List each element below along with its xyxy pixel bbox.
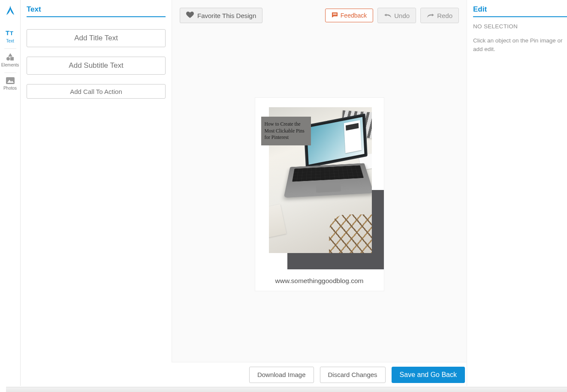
pin-url-text[interactable]: www.somethinggoodblog.com	[261, 269, 378, 285]
svg-rect-7	[333, 13, 337, 14]
bottom-action-bar: Download Image Discard Changes Save and …	[172, 362, 467, 387]
feedback-label: Feedback	[341, 12, 367, 19]
redo-icon	[427, 12, 434, 19]
svg-text:T: T	[10, 30, 13, 36]
download-image-button[interactable]: Download Image	[249, 367, 314, 383]
undo-icon	[384, 12, 392, 19]
left-panel: Text Add Title Text Add Subtitle Text Ad…	[21, 0, 172, 386]
add-call-to-action-button[interactable]: Add Call To Action	[27, 84, 166, 99]
photo-chair-decor	[329, 214, 372, 253]
photo-icon	[6, 77, 15, 84]
pin-canvas[interactable]: How to Create the Most Clickable Pins fo…	[255, 98, 384, 291]
svg-rect-4	[10, 57, 14, 60]
chat-icon	[332, 12, 338, 19]
canvas-wrap: Favorite This Design Feedback Undo	[172, 0, 467, 386]
redo-button[interactable]: Redo	[420, 8, 459, 23]
redo-label: Redo	[437, 12, 452, 19]
svg-point-3	[6, 57, 10, 60]
rail-divider	[4, 72, 16, 73]
right-panel: Edit NO SELECTION Click an object on the…	[467, 0, 567, 386]
pin-stage: How to Create the Most Clickable Pins fo…	[261, 107, 378, 269]
rail-tab-label: Text	[6, 39, 14, 43]
svg-text:T: T	[6, 29, 9, 36]
rail-tab-photos[interactable]: Photos	[0, 74, 21, 95]
no-selection-label: NO SELECTION	[473, 23, 567, 30]
favorite-label: Favorite This Design	[197, 12, 256, 19]
rail-tab-label: Elements	[1, 63, 19, 67]
canvas-top-toolbar: Favorite This Design Feedback Undo	[172, 8, 467, 23]
text-icon: TT	[6, 29, 15, 37]
icon-rail: TT Text Elements Photos	[0, 0, 21, 386]
svg-rect-8	[333, 14, 337, 15]
add-title-text-button[interactable]: Add Title Text	[27, 29, 166, 47]
pin-caption-box[interactable]: How to Create the Most Clickable Pins fo…	[261, 117, 311, 145]
edit-help-text: Click an object on the Pin image or add …	[473, 36, 567, 53]
save-and-go-back-button[interactable]: Save and Go Back	[392, 367, 465, 383]
center-area: Favorite This Design Feedback Undo	[172, 0, 467, 386]
undo-button[interactable]: Undo	[377, 8, 416, 23]
svg-rect-5	[6, 77, 15, 84]
app-logo	[4, 4, 17, 17]
right-panel-title: Edit	[473, 5, 567, 14]
shapes-icon	[6, 53, 15, 61]
photo-book-decor	[269, 204, 287, 238]
add-subtitle-text-button[interactable]: Add Subtitle Text	[27, 57, 166, 75]
horizontal-scrollbar[interactable]	[6, 387, 567, 392]
undo-label: Undo	[394, 12, 410, 19]
rail-tab-elements[interactable]: Elements	[0, 50, 21, 72]
svg-marker-2	[8, 53, 12, 57]
feedback-button[interactable]: Feedback	[325, 9, 373, 22]
rail-divider	[4, 48, 16, 49]
favorite-design-button[interactable]: Favorite This Design	[180, 8, 262, 23]
heart-icon	[186, 12, 194, 20]
rail-tab-label: Photos	[3, 86, 17, 90]
rail-tab-text[interactable]: TT Text	[0, 26, 21, 48]
left-panel-title: Text	[27, 5, 166, 14]
discard-changes-button[interactable]: Discard Changes	[320, 367, 386, 383]
